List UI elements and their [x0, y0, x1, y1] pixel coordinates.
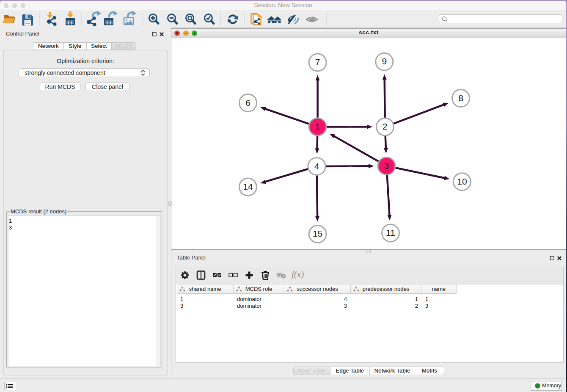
svg-text:1: 1 [315, 121, 320, 131]
svg-text:9: 9 [382, 56, 387, 66]
svg-text:11: 11 [386, 228, 395, 237]
svg-text:4: 4 [314, 161, 319, 171]
svg-text:f(x): f(x) [292, 269, 304, 279]
svg-text:15: 15 [313, 229, 322, 238]
svg-text:14: 14 [243, 182, 253, 191]
svg-text:6: 6 [245, 98, 250, 108]
svg-text:2: 2 [383, 121, 388, 131]
svg-text:3: 3 [384, 161, 389, 171]
svg-text:8: 8 [458, 93, 463, 103]
svg-text:10: 10 [457, 177, 467, 186]
svg-text:7: 7 [315, 57, 320, 67]
